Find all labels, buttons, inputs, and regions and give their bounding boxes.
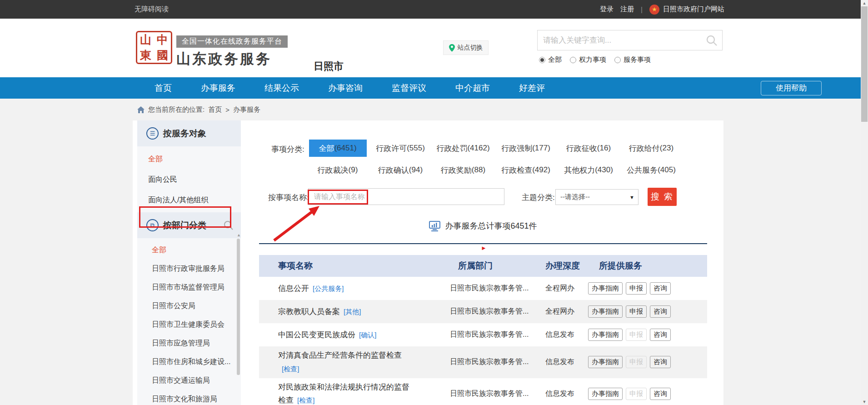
nav-item[interactable]: 好差评: [519, 82, 545, 94]
items-table: 事项名称 所属部门 办理深度 所提供服务 信息公开[公共服务]日照市民族宗教事务…: [259, 255, 707, 405]
sidebar-item-department[interactable]: 日照市公安局: [137, 297, 241, 315]
radio-label: 服务事项: [624, 55, 651, 64]
apply-button[interactable]: 申报: [626, 388, 647, 400]
city-portal-link[interactable]: ★ 日照市政府门户网站: [649, 5, 724, 15]
consult-button[interactable]: 咨询: [650, 305, 671, 318]
consult-button[interactable]: 咨询: [650, 356, 671, 368]
category-tab[interactable]: 公共服务405: [620, 161, 683, 179]
keyword-search-box: [537, 30, 723, 50]
sidebar-scrollbar[interactable]: ▲: [237, 233, 241, 405]
item-name-link[interactable]: 宗教教职人员备案: [278, 307, 340, 316]
search-scope-radio[interactable]: 服务事项: [614, 55, 651, 64]
category-tab[interactable]: 行政处罚4162: [432, 140, 494, 157]
consult-button[interactable]: 咨询: [650, 282, 671, 295]
consult-button[interactable]: 咨询: [650, 388, 671, 400]
category-tab[interactable]: 行政征收16: [557, 140, 620, 157]
item-name-input[interactable]: [308, 188, 504, 205]
sidebar-item-department[interactable]: 日照市文化和旅游局: [137, 390, 241, 405]
category-tab[interactable]: 行政奖励88: [432, 161, 494, 179]
guide-button[interactable]: 办事指南: [588, 388, 623, 400]
login-link[interactable]: 登录: [600, 5, 614, 14]
item-type-tag[interactable]: [检查]: [282, 365, 299, 373]
search-scope-radio[interactable]: 全部: [539, 55, 562, 64]
item-actions: 办事指南申报咨询: [588, 329, 707, 341]
sidebar-item-department[interactable]: 日照市交通运输局: [137, 371, 241, 390]
nav-item[interactable]: 首页: [155, 82, 172, 94]
breadcrumb-current[interactable]: 办事服务: [233, 105, 260, 114]
scroll-up-icon[interactable]: ▲: [861, 1, 868, 5]
sidebar-header-label: 按部门分类: [163, 220, 206, 231]
register-link[interactable]: 注册: [620, 5, 634, 14]
table-row: 对民族政策和法律法规执行情况的监督检查[检查]日照市民族宗教事务管...信息发布…: [259, 378, 707, 405]
sidebar-item-department[interactable]: 日照市市场监督管理局: [137, 278, 241, 297]
category-tab[interactable]: 行政强制177: [494, 140, 557, 157]
guide-button[interactable]: 办事指南: [588, 356, 623, 368]
category-tab[interactable]: 全部6451: [309, 140, 367, 157]
apply-button[interactable]: 申报: [626, 305, 647, 318]
guide-button[interactable]: 办事指南: [588, 329, 623, 341]
category-tab[interactable]: 行政给付23: [620, 140, 683, 157]
sidebar-item-department[interactable]: 日照市住房和城乡建设...: [137, 353, 241, 371]
apply-button[interactable]: 申报: [626, 356, 647, 368]
item-department: 日照市民族宗教事务管...: [450, 357, 545, 367]
item-name-link[interactable]: 中国公民变更民族成份: [278, 330, 355, 339]
nav-item[interactable]: 监督评议: [392, 82, 426, 94]
consult-button[interactable]: 咨询: [650, 329, 671, 341]
category-tab[interactable]: 行政检查492: [494, 161, 557, 179]
item-name-link[interactable]: 对清真食品生产经营条件的监督检查: [278, 351, 402, 360]
category-tab[interactable]: 行政确认94: [369, 161, 432, 179]
item-type-tag[interactable]: [确认]: [359, 331, 376, 339]
sidebar-item-service-target[interactable]: 面向法人/其他组织: [137, 190, 241, 210]
table-header-row: 事项名称 所属部门 办理深度 所提供服务: [259, 255, 707, 277]
item-name-cell: 对清真食品生产经营条件的监督检查[检查]: [273, 349, 412, 376]
scroll-down-icon[interactable]: ▼: [861, 400, 868, 404]
item-type-tag[interactable]: [其他]: [344, 308, 361, 315]
category-tab-label: 公共服务: [627, 165, 658, 175]
window-scrollbar[interactable]: ▲ ▼: [861, 0, 868, 405]
topic-category-label: 主题分类:: [522, 192, 555, 203]
search-button[interactable]: 搜 索: [648, 188, 677, 206]
category-tab[interactable]: 行政许可555: [369, 140, 432, 157]
breadcrumb-home-link[interactable]: 首页: [208, 105, 222, 114]
sidebar-scrollbar-thumb[interactable]: [237, 239, 240, 375]
item-name-link[interactable]: 信息公开: [278, 284, 309, 293]
sidebar-scroll-up-icon[interactable]: ▲: [237, 233, 241, 237]
radio-icon: [570, 57, 576, 63]
site-switch-label: 站点切换: [458, 44, 483, 52]
sidebar-item-department[interactable]: 全部: [137, 241, 241, 260]
site-switch-button[interactable]: 站点切换: [443, 40, 489, 55]
category-tab[interactable]: 行政裁决9: [306, 161, 369, 179]
help-button[interactable]: 使用帮助: [761, 81, 822, 95]
department-search-icon[interactable]: [224, 220, 234, 230]
portal-link-label: 日照市政府门户网站: [663, 5, 724, 14]
item-type-tag[interactable]: [检查]: [297, 396, 314, 404]
category-tab[interactable]: 其他权力430: [557, 161, 620, 179]
search-icon[interactable]: [706, 35, 718, 46]
accessibility-reading-link[interactable]: 无障碍阅读: [135, 5, 169, 14]
keyword-search-input[interactable]: [538, 36, 706, 45]
seal-char: 國: [154, 48, 171, 63]
sidebar-item-service-target[interactable]: 全部: [137, 149, 241, 170]
apply-button[interactable]: 申报: [626, 282, 647, 295]
item-name-cell: 对民族政策和法律法规执行情况的监督检查[检查]: [273, 380, 412, 405]
chart-monitor-icon: [429, 221, 440, 231]
item-type-tag[interactable]: [公共服务]: [313, 285, 344, 292]
guide-button[interactable]: 办事指南: [588, 305, 623, 318]
table-row: 对清真食品生产经营条件的监督检查[检查]日照市民族宗教事务管...信息发布办事指…: [259, 346, 707, 378]
category-tab-label: 行政给付: [629, 143, 660, 154]
nav-item[interactable]: 办事服务: [201, 82, 235, 94]
sidebar-item-department[interactable]: 日照市行政审批服务局: [137, 260, 241, 278]
category-filter-label: 事项分类:: [271, 144, 304, 155]
search-scope-radio[interactable]: 权力事项: [570, 55, 606, 64]
main-navigation: 首页办事服务结果公示办事咨询监督评议中介超市好差评 使用帮助: [0, 77, 861, 99]
sidebar-item-department[interactable]: 日照市卫生健康委员会: [137, 315, 241, 334]
nav-item[interactable]: 办事咨询: [328, 82, 363, 94]
nav-item[interactable]: 中介超市: [455, 82, 490, 94]
topic-category-select[interactable]: --请选择-- ▼: [555, 189, 639, 205]
sidebar-item-service-target[interactable]: 面向公民: [137, 170, 241, 190]
nav-item[interactable]: 结果公示: [264, 82, 299, 94]
window-scrollbar-thumb[interactable]: [861, 6, 868, 122]
guide-button[interactable]: 办事指南: [588, 282, 623, 295]
sidebar-item-department[interactable]: 日照市应急管理局: [137, 334, 241, 353]
apply-button[interactable]: 申报: [626, 329, 647, 341]
